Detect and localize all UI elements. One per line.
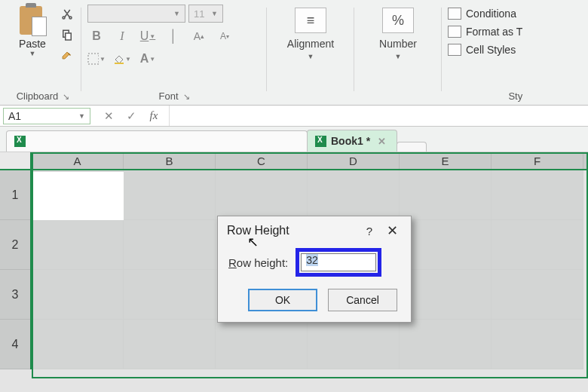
svg-rect-1: [66, 33, 72, 40]
workbook-tab-empty[interactable]: [397, 142, 427, 152]
column-header[interactable]: D: [308, 152, 400, 169]
workbook-tab-blank[interactable]: [6, 130, 308, 152]
bold-button[interactable]: B: [87, 27, 106, 45]
number-label: Number: [379, 38, 417, 50]
workbook-tab-active[interactable]: Book1 * ✕: [307, 130, 397, 152]
excel-file-icon: [315, 136, 326, 147]
dialog-title: Row Height: [227, 224, 289, 237]
conditional-formatting-button[interactable]: Conditiona: [448, 8, 522, 20]
font-color-button[interactable]: A▼: [139, 50, 157, 68]
percent-icon[interactable]: %: [382, 8, 414, 33]
insert-function-button[interactable]: fx: [146, 109, 161, 123]
cell-styles-icon: [448, 44, 461, 56]
ribbon: Paste ▼ Clipboard↘ ▼ 11▼ B I U▼ │ A▴ A: [0, 0, 588, 106]
column-header[interactable]: F: [492, 152, 583, 169]
svg-rect-2: [88, 54, 99, 64]
row-headers: 1 2 3 4: [0, 170, 32, 369]
help-button[interactable]: ?: [358, 225, 381, 237]
name-box-value: A1: [8, 110, 21, 122]
formula-bar-row: A1 ▼ ✕ ✓ fx: [0, 106, 588, 127]
workbook-tabs: Book1 * ✕: [0, 127, 588, 152]
underline-button[interactable]: U▼: [139, 27, 157, 45]
cut-button[interactable]: [59, 6, 75, 23]
chevron-down-icon: ▼: [173, 10, 180, 17]
chevron-down-icon[interactable]: ▼: [29, 50, 36, 57]
clipboard-group: Paste ▼ Clipboard↘: [5, 3, 81, 105]
border-bottom-icon: │: [164, 27, 182, 45]
select-all-corner[interactable]: [0, 152, 32, 170]
row-height-dialog: Row Height ? ✕ Row height: 32 OK Cancel: [217, 216, 412, 323]
chevron-down-icon[interactable]: ▼: [78, 112, 85, 120]
number-group: % Number ▼: [354, 3, 442, 105]
highlight-box: 32: [296, 248, 381, 277]
borders-button[interactable]: ▼: [87, 50, 106, 68]
shrink-font-button[interactable]: A▾: [216, 27, 234, 45]
paste-icon: [18, 3, 47, 36]
font-group-label: Font: [158, 90, 178, 102]
chevron-down-icon[interactable]: ▼: [395, 53, 402, 60]
column-header[interactable]: B: [124, 152, 216, 169]
row-header[interactable]: 3: [0, 270, 30, 320]
row-header[interactable]: 2: [0, 220, 30, 270]
row-height-label: Row height:: [228, 256, 288, 269]
format-as-table-button[interactable]: Format as T: [448, 26, 522, 38]
copy-button[interactable]: [59, 27, 75, 44]
paste-label: Paste: [19, 38, 46, 50]
clipboard-group-label: Clipboard: [17, 90, 59, 102]
table-icon: [448, 26, 461, 38]
font-size-combo[interactable]: 11▼: [188, 5, 223, 23]
alignment-group: ≡ Alignment ▼: [267, 3, 354, 105]
grow-font-button[interactable]: A▴: [190, 27, 208, 45]
cancel-formula-button[interactable]: ✕: [101, 109, 116, 123]
ok-button[interactable]: OK: [248, 289, 317, 311]
cell-styles-button[interactable]: Cell Styles: [448, 44, 522, 56]
dialog-launcher-icon[interactable]: ↘: [63, 92, 69, 101]
row-header[interactable]: 1: [0, 170, 30, 220]
alignment-icon[interactable]: ≡: [295, 8, 326, 33]
font-group: ▼ 11▼ B I U▼ │ A▴ A▾ ▼ ▼ A▼ Font↘: [81, 3, 267, 105]
styles-group-label: Sty: [508, 90, 522, 102]
conditional-formatting-icon: [448, 8, 461, 20]
font-name-combo[interactable]: ▼: [87, 5, 185, 23]
paste-button[interactable]: Paste ▼: [11, 3, 54, 57]
svg-rect-3: [115, 63, 124, 64]
format-painter-button[interactable]: [59, 48, 75, 65]
chevron-down-icon[interactable]: ▼: [308, 53, 314, 60]
italic-button[interactable]: I: [113, 27, 131, 45]
active-cell[interactable]: [33, 172, 124, 220]
workbook-tab-label: Book1 *: [331, 135, 370, 147]
column-headers: A B C D E F: [32, 152, 588, 170]
dialog-launcher-icon[interactable]: ↘: [183, 92, 190, 101]
name-box[interactable]: A1 ▼: [3, 108, 90, 124]
styles-group: Conditiona Format as T Cell Styles Sty: [442, 3, 522, 105]
excel-file-icon: [14, 136, 26, 147]
column-header[interactable]: A: [32, 152, 124, 169]
row-height-input[interactable]: 32: [301, 253, 376, 271]
chevron-down-icon: ▼: [211, 10, 218, 17]
close-button[interactable]: ✕: [381, 222, 403, 239]
row-header[interactable]: 4: [0, 320, 30, 369]
column-header[interactable]: E: [400, 152, 492, 169]
fill-color-button[interactable]: ▼: [113, 50, 131, 68]
alignment-label: Alignment: [287, 38, 334, 50]
commit-formula-button[interactable]: ✓: [124, 109, 139, 123]
column-header[interactable]: C: [216, 152, 308, 169]
close-icon[interactable]: ✕: [378, 136, 386, 147]
formula-input[interactable]: [169, 106, 588, 126]
cancel-button[interactable]: Cancel: [328, 289, 397, 311]
